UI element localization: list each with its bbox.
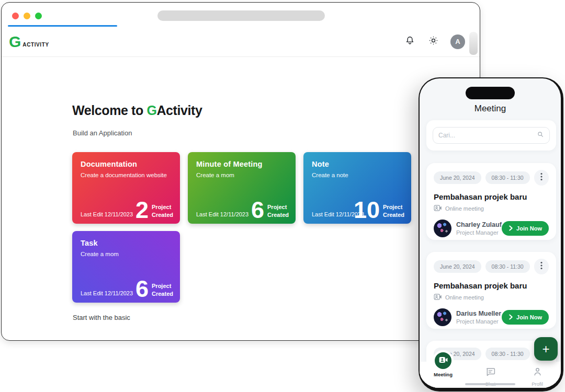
screenshot-stage: G ACTIVITY <box>0 0 565 392</box>
nav-label-meeting: Meeting <box>434 372 453 377</box>
phone-bottom-nav: Meeting Chat <box>420 362 561 388</box>
join-now-label: Join Now <box>516 225 542 232</box>
meeting-title: Pembahasan projek baru <box>434 281 549 290</box>
notifications-button[interactable] <box>403 36 416 48</box>
card-count: 2 Project Created <box>135 200 173 220</box>
join-now-label: Join Now <box>516 314 542 320</box>
card-count-label: Project Created <box>267 203 289 220</box>
meeting-footer: Darius Mueller Project Manager Join Now <box>434 308 549 326</box>
user-avatar[interactable]: A <box>450 34 465 49</box>
card-subtitle: Create a note <box>312 172 403 178</box>
welcome-brand-rest: Activity <box>156 103 202 118</box>
kebab-menu-icon <box>540 261 543 272</box>
chevron-right-icon <box>508 225 513 232</box>
home-indicator <box>465 383 515 385</box>
meeting-title: Pembahasan projek baru <box>434 192 549 201</box>
bell-icon <box>404 35 415 48</box>
meeting-footer: Charley Zulauf Project Manager Join Now <box>434 220 549 237</box>
meeting-card[interactable]: June 20, 2024 08:30 - 11:30 Pembahasan p… <box>426 252 556 329</box>
scrollbar-thumb[interactable] <box>469 32 478 55</box>
project-card-note[interactable]: Note Create a note Last Edit 12/11/2023 … <box>303 152 411 224</box>
add-meeting-fab[interactable]: + <box>534 337 558 361</box>
url-bar[interactable] <box>157 10 325 21</box>
video-call-icon <box>434 204 442 213</box>
participant-avatar <box>434 220 451 237</box>
nav-tab-meeting[interactable]: Meeting <box>425 362 461 377</box>
participant-role: Project Manager <box>456 318 501 325</box>
card-count-number: 10 <box>354 200 380 220</box>
count-label-line2: Created <box>152 291 173 297</box>
chat-bubble-icon <box>485 366 496 379</box>
project-card-task[interactable]: Task Create a mom Last Edit 12/11/2023 6… <box>72 231 180 303</box>
join-now-button[interactable]: Join Now <box>502 310 549 325</box>
brightness-sun-icon <box>428 35 439 48</box>
browser-chrome <box>2 3 480 27</box>
plus-icon: + <box>542 342 549 356</box>
gactivity-logo[interactable]: G ACTIVITY <box>9 34 49 50</box>
card-subtitle: Create a mom <box>81 251 172 257</box>
count-label-line1: Project <box>267 204 287 210</box>
video-call-icon <box>434 293 442 302</box>
brightness-button[interactable] <box>427 36 439 48</box>
page-title: Welcome to GActivity <box>72 103 202 118</box>
chevron-right-icon <box>508 314 513 321</box>
meeting-options-button[interactable] <box>534 170 549 186</box>
join-now-button[interactable]: Join Now <box>502 221 549 236</box>
phone-mockup: Meeting June 20, 2024 08:30 - 11:30 <box>419 77 563 391</box>
participant-info: Darius Mueller Project Manager <box>456 310 501 325</box>
meeting-type-label: Online meeting <box>445 294 484 301</box>
meeting-type-row: Online meeting <box>434 293 549 302</box>
meeting-card[interactable]: June 20, 2024 08:30 - 11:30 Pembahasan p… <box>426 163 556 240</box>
meeting-type-label: Online meeting <box>445 205 484 212</box>
close-window-button[interactable] <box>12 13 19 19</box>
count-label-line2: Created <box>383 212 404 218</box>
card-count-number: 6 <box>251 200 264 220</box>
browser-window: G ACTIVITY <box>1 2 480 341</box>
card-last-edit: Last Edit 12/11/2023 <box>81 290 133 296</box>
nav-label-profil: Profil <box>532 381 543 387</box>
participant-info: Charley Zulauf Project Manager <box>456 221 502 236</box>
welcome-brand-g: G <box>146 103 156 118</box>
card-title: Documentation <box>81 160 172 168</box>
meeting-type-row: Online meeting <box>434 204 549 213</box>
card-count-number: 6 <box>135 279 149 299</box>
meeting-date-pill: June 20, 2024 <box>434 171 481 184</box>
phone-notch <box>466 87 515 99</box>
card-count-number: 2 <box>135 200 149 220</box>
card-title: Minute of Meeting <box>196 160 287 168</box>
card-count-label: Project Created <box>152 203 173 220</box>
participant-role: Project Manager <box>456 229 502 236</box>
card-count-label: Project Created <box>152 282 173 299</box>
minimize-window-button[interactable] <box>24 13 30 19</box>
card-count: 6 Project Created <box>135 279 173 299</box>
count-label-line2: Created <box>267 212 289 218</box>
video-camera-icon <box>438 355 448 367</box>
traffic-lights <box>12 13 42 19</box>
card-last-edit: Last Edit 12/11/2023 <box>196 211 248 217</box>
nav-tab-profil[interactable]: Profil <box>519 362 556 387</box>
count-label-line1: Project <box>152 283 171 289</box>
meeting-options-button[interactable] <box>534 259 549 274</box>
project-cards-grid: Documentation Create a documentation web… <box>72 152 411 303</box>
meeting-date-pill: June 20, 2024 <box>434 260 481 273</box>
search-input[interactable] <box>438 132 537 139</box>
participant-name: Darius Mueller <box>456 310 501 317</box>
count-label-line1: Project <box>152 204 171 210</box>
meeting-meta-row: June 20, 2024 08:30 - 11:30 <box>434 259 549 274</box>
card-count: 6 Project Created <box>251 200 289 220</box>
meeting-time-pill: 08:30 - 11:30 <box>485 260 530 273</box>
count-label-line1: Project <box>383 204 402 210</box>
card-count: 10 Project Created <box>354 200 404 220</box>
meeting-time-pill: 08:30 - 11:30 <box>485 171 530 184</box>
card-title: Note <box>312 160 403 168</box>
welcome-prefix: Welcome to <box>72 103 146 118</box>
person-icon <box>532 366 543 379</box>
page-subtitle: Build an Application <box>73 129 132 137</box>
meeting-time-pill: 08:30 - 11:30 <box>485 348 530 360</box>
card-title: Task <box>81 239 172 247</box>
logo-g-letter: G <box>9 34 21 50</box>
project-card-documentation[interactable]: Documentation Create a documentation web… <box>72 152 180 224</box>
maximize-window-button[interactable] <box>35 13 42 19</box>
project-card-minute-of-meeting[interactable]: Minute of Meeting Create a mom Last Edit… <box>188 152 296 224</box>
meeting-meta-row: June 20, 2024 08:30 - 11:30 <box>434 170 549 186</box>
